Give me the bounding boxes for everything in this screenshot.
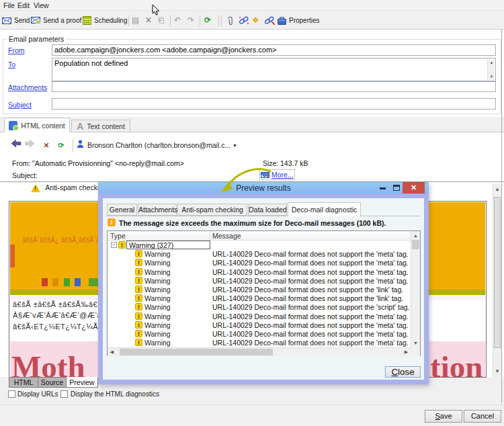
footer-separator-line — [0, 404, 504, 405]
list-scroll-down-icon[interactable]: ▼ — [411, 339, 420, 347]
size-value: 143.7 kB — [280, 159, 308, 167]
properties-button[interactable]: Properties — [278, 14, 320, 27]
to-field-scrollbar[interactable]: ▲ ▼ — [487, 59, 495, 80]
list-hscroll-thumb[interactable] — [120, 349, 273, 355]
row-message: URL-140029 Deco-mail format does not sup… — [212, 286, 403, 294]
main-toolbar: Send Send a proof Scheduling ▤ ✕ ⎗ ↶ ↷ ⟳… — [0, 11, 504, 30]
scheduling-button[interactable]: Scheduling — [83, 14, 127, 27]
list-vscroll-thumb[interactable] — [412, 240, 419, 249]
menu-edit[interactable]: Edit — [17, 1, 30, 10]
from-link[interactable]: From — [8, 46, 25, 54]
subject-link[interactable]: Subject — [8, 101, 32, 109]
tree-root-row[interactable]: − ! Warning (327) — [108, 241, 411, 249]
stop-button[interactable]: ✕ — [41, 140, 52, 151]
email-parameters-section: Email parameters From adobe.campaign@jon… — [0, 30, 504, 117]
forward-button[interactable] — [25, 140, 36, 151]
preview-scrollbar[interactable]: ▲ ▼ — [493, 183, 501, 377]
table-row[interactable]: !WarningURL-140029 Deco-mail format does… — [108, 312, 411, 321]
table-row[interactable]: !WarningURL-140029 Deco-mail format does… — [108, 321, 411, 329]
to-field[interactable]: Population not defined ▲ ▼ — [52, 58, 496, 81]
list-scroll-left-icon[interactable]: ◀ — [108, 348, 116, 356]
send-button[interactable]: Send — [2, 14, 30, 27]
cancel-button[interactable]: Cancel — [464, 410, 501, 423]
account-name: Bronson Charlton (charlton.bronson@mail.… — [87, 141, 230, 149]
menu-file[interactable]: File — [3, 1, 15, 10]
refresh-preview-button[interactable]: ⟳ — [56, 140, 67, 151]
account-selector[interactable]: Bronson Charlton (charlton.bronson@mail.… — [87, 141, 237, 149]
table-row[interactable]: !WarningURL-140029 Deco-mail format does… — [108, 302, 411, 311]
html-content-icon — [9, 121, 17, 130]
dialog-tab-decomail[interactable]: Deco-mail diagnostic — [288, 202, 361, 216]
table-row[interactable]: !WarningURL-140029 Deco-mail format does… — [108, 267, 411, 276]
tab-html-content[interactable]: HTML content — [4, 118, 70, 132]
to-link[interactable]: To — [8, 60, 15, 69]
scroll-up-icon[interactable]: ▲ — [488, 59, 495, 66]
window-right-edge — [501, 30, 502, 403]
list-horizontal-scrollbar[interactable]: ◀ ▶ — [108, 347, 411, 356]
display-diagnostics-checkbox[interactable] — [60, 390, 68, 398]
copy-button[interactable]: ▤ — [132, 14, 139, 27]
list-vertical-scrollbar[interactable]: ▲ ▼ — [411, 231, 420, 347]
tree-root-label[interactable]: Warning (327) — [126, 241, 210, 249]
link-button[interactable] — [239, 14, 249, 27]
unlink-button[interactable] — [264, 14, 275, 27]
dialog-tab-attachments[interactable]: Attachments — [138, 204, 177, 216]
dialog-tab-general[interactable]: General — [107, 204, 137, 216]
minimize-icon[interactable] — [380, 187, 386, 189]
send-a-proof-button[interactable]: Send a proof — [31, 14, 81, 27]
table-row[interactable]: !WarningURL-140029 Deco-mail format does… — [108, 329, 411, 338]
table-row[interactable]: !WarningURL-140029 Deco-mail format does… — [108, 249, 411, 258]
tab-source[interactable]: Source — [38, 377, 67, 388]
cut-button[interactable]: ✕ — [145, 14, 152, 27]
paperclip-icon — [226, 16, 234, 26]
preview-scroll-up-icon[interactable]: ▲ — [493, 185, 501, 194]
message-size-warning-icon: ! — [108, 218, 116, 226]
preview-scroll-down-icon[interactable]: ▼ — [493, 367, 501, 376]
collapse-icon[interactable]: − — [111, 242, 117, 248]
warning-icon: ! — [135, 277, 142, 284]
undo-button[interactable]: ↶ — [174, 14, 181, 27]
table-row[interactable]: !WarningURL-140029 Deco-mail format does… — [108, 258, 411, 267]
row-message: URL-140029 Deco-mail format does not sup… — [212, 339, 409, 347]
dialog-close-button[interactable]: Close — [385, 366, 421, 378]
tab-preview[interactable]: Preview — [67, 377, 98, 388]
row-type: Warning — [144, 294, 171, 302]
list-scroll-up-icon[interactable]: ▲ — [411, 231, 420, 240]
list-scroll-right-icon[interactable]: ▶ — [402, 348, 411, 356]
chevron-down-icon: ▼ — [233, 143, 237, 148]
refresh-button[interactable]: ⟳ — [204, 14, 211, 27]
close-icon[interactable]: ✕ — [403, 182, 425, 194]
preview-scroll-thumb[interactable] — [494, 197, 501, 348]
row-type: Warning — [144, 330, 171, 338]
column-message[interactable]: Message — [212, 232, 241, 240]
column-type[interactable]: Type — [110, 232, 126, 240]
row-type: Warning — [144, 312, 171, 321]
scroll-down-icon[interactable]: ▼ — [488, 73, 495, 80]
tab-text-content[interactable]: A Text content — [71, 120, 130, 132]
to-field-value: Population not defined — [54, 59, 128, 67]
redo-button[interactable]: ↷ — [187, 14, 194, 27]
table-row[interactable]: !WarningURL-140029 Deco-mail format does… — [108, 294, 411, 302]
attachments-button[interactable] — [226, 14, 234, 27]
from-field[interactable]: adobe.campaign@jonckers.com <adobe.campa… — [52, 44, 496, 56]
dialog-tab-antispam[interactable]: Anti-spam checking — [177, 204, 247, 216]
cut-icon: ✕ — [145, 16, 152, 25]
package-button[interactable]: ❖ — [252, 14, 259, 27]
properties-label: Properties — [289, 17, 320, 24]
dialog-tab-dataloaded[interactable]: Data loaded — [248, 204, 287, 216]
table-row[interactable]: !WarningURL-140029 Deco-mail format does… — [108, 338, 411, 347]
table-row[interactable]: !WarningURL-140029 Deco-mail format does… — [108, 276, 411, 285]
save-button[interactable]: Save — [425, 410, 462, 423]
back-button[interactable] — [11, 140, 22, 151]
display-urls-checkbox[interactable] — [8, 390, 15, 398]
row-type: Warning — [144, 250, 171, 258]
maximize-icon[interactable] — [393, 185, 400, 191]
attachments-field[interactable] — [52, 81, 496, 92]
more-link[interactable]: More... — [271, 171, 294, 179]
menu-view[interactable]: View — [34, 1, 49, 10]
attachments-link[interactable]: Attachments — [8, 83, 47, 91]
subject-field[interactable] — [52, 98, 496, 110]
dialog-content: General Attachments Anti-spam checking D… — [103, 198, 424, 380]
tab-html[interactable]: HTML — [9, 377, 38, 388]
table-row[interactable]: !WarningURL-140029 Deco-mail format does… — [108, 285, 411, 294]
